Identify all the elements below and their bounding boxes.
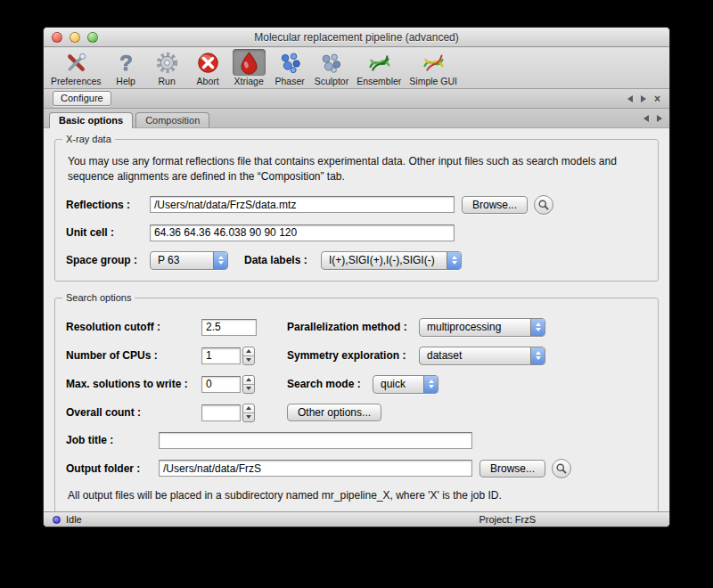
toolbar-button-run[interactable]: Run: [151, 49, 184, 86]
dropdown-arrows-icon: [447, 252, 461, 269]
svg-text:?: ?: [119, 51, 133, 75]
option-tab-nav: [643, 115, 664, 122]
max-solutions-stepper[interactable]: [242, 375, 255, 394]
option-tab-strip: Basic options Composition: [44, 109, 669, 127]
job-title-label: Job title :: [66, 434, 159, 446]
max-solutions-label: Max. solutions to write :: [66, 378, 201, 390]
other-options-button[interactable]: Other options...: [287, 404, 381, 421]
space-group-value: P 63: [151, 254, 213, 267]
stepper-down-icon[interactable]: [243, 412, 254, 421]
overall-count-input[interactable]: [201, 404, 241, 421]
toolbar-button-abort[interactable]: Abort: [192, 49, 225, 86]
num-cpus-stepper[interactable]: [242, 347, 255, 365]
reflections-browse-button[interactable]: Browse...: [462, 196, 528, 214]
toolbar-button-phaser[interactable]: Phaser: [274, 49, 307, 86]
preferences-icon: [60, 49, 93, 76]
status-led-icon: [53, 516, 61, 524]
unit-cell-input[interactable]: [150, 225, 455, 241]
job-title-row: Job title :: [66, 432, 647, 449]
output-folder-label: Output folder :: [66, 462, 159, 475]
parallelization-label: Parallelization method :: [287, 321, 419, 333]
symmetry-value: dataset: [420, 349, 530, 363]
reflections-inspect-button[interactable]: [534, 195, 553, 215]
search-mode-label: Search mode :: [287, 378, 373, 390]
parallelization-dropdown[interactable]: multiprocessing: [419, 318, 545, 337]
status-text: Idle: [66, 514, 82, 525]
reflections-label: Reflections :: [66, 199, 150, 211]
title-bar[interactable]: Molecular replacement pipeline (advanced…: [44, 28, 669, 47]
toolbar-label: Phaser: [275, 76, 304, 86]
sculptor-icon: [315, 49, 348, 76]
help-icon: ?: [110, 49, 143, 76]
xray-group-title: X-ray data: [62, 134, 115, 144]
document-tab-nav: ×: [627, 94, 662, 103]
search-mode-dropdown[interactable]: quick: [373, 375, 438, 394]
num-cpus-input[interactable]: [201, 347, 241, 364]
overall-count-stepper[interactable]: [242, 404, 255, 422]
job-title-input[interactable]: [159, 432, 472, 449]
simple-gui-icon: [417, 49, 450, 76]
toolbar-button-help[interactable]: ? Help: [110, 49, 143, 86]
tab-close-icon[interactable]: ×: [654, 94, 660, 103]
toolbar-button-xtriage[interactable]: Xtriage: [233, 49, 266, 86]
zoom-window-button[interactable]: [87, 32, 98, 43]
toolbar: Preferences ? Help Run: [44, 47, 669, 89]
unit-cell-row: Unit cell :: [66, 225, 647, 241]
toolbar-button-preferences[interactable]: Preferences: [51, 49, 102, 86]
overall-count-row: Overall count : Other options...: [66, 404, 647, 422]
stepper-up-icon[interactable]: [243, 376, 254, 384]
unit-cell-label: Unit cell :: [66, 226, 150, 239]
basic-options-panel: X-ray data You may use any format reflec…: [44, 127, 669, 513]
output-folder-browse-button[interactable]: Browse...: [479, 460, 545, 478]
resolution-cutoff-label: Resolution cutoff :: [66, 321, 201, 333]
toolbar-label: Simple GUI: [409, 76, 457, 86]
stepper-up-icon[interactable]: [243, 347, 254, 355]
data-labels-value: I(+),SIGI(+),I(-),SIGI(-): [322, 254, 447, 267]
symmetry-dropdown[interactable]: dataset: [419, 347, 545, 365]
stepper-down-icon[interactable]: [243, 384, 254, 393]
stepper-down-icon[interactable]: [243, 355, 254, 364]
tab-configure[interactable]: Configure: [53, 91, 111, 106]
output-folder-inspect-button[interactable]: [552, 459, 571, 478]
toolbar-button-ensembler[interactable]: Ensembler: [356, 49, 401, 86]
max-solutions-row: Max. solutions to write : Search mode :: [66, 375, 647, 394]
max-solutions-spinner: [201, 375, 255, 394]
output-folder-input[interactable]: [159, 460, 472, 477]
window-title: Molecular replacement pipeline (advanced…: [44, 31, 669, 44]
data-labels-label: Data labels :: [244, 254, 321, 266]
data-labels-dropdown[interactable]: I(+),SIGI(+),I(-),SIGI(-): [321, 251, 462, 270]
close-window-button[interactable]: [52, 32, 62, 43]
status-bar: Idle Project: FrzS: [44, 511, 669, 527]
option-scroll-left-icon[interactable]: [643, 115, 649, 122]
magnifier-icon: [555, 462, 568, 475]
toolbar-label: Help: [116, 76, 135, 86]
desktop-background: Molecular replacement pipeline (advanced…: [0, 0, 713, 588]
phaser-icon: [274, 49, 307, 76]
xray-data-group: X-ray data You may use any format reflec…: [54, 139, 659, 282]
tab-scroll-right-icon[interactable]: [641, 95, 646, 102]
tab-composition[interactable]: Composition: [135, 112, 209, 128]
tab-scroll-left-icon[interactable]: [627, 95, 633, 102]
resolution-cutoff-input[interactable]: [201, 319, 257, 336]
symmetry-label: Symmetry exploration :: [287, 349, 419, 362]
tab-basic-options[interactable]: Basic options: [49, 112, 133, 128]
max-solutions-input[interactable]: [201, 376, 241, 393]
overall-count-spinner: [201, 404, 255, 422]
resolution-row: Resolution cutoff : Parallelization meth…: [66, 318, 647, 337]
dropdown-arrows-icon: [423, 376, 438, 393]
toolbar-label: Sculptor: [315, 76, 349, 86]
project-label: Project: FrzS: [479, 514, 536, 525]
option-scroll-right-icon[interactable]: [657, 115, 662, 122]
toolbar-label: Run: [158, 76, 175, 86]
toolbar-button-sculptor[interactable]: Sculptor: [315, 49, 349, 86]
num-cpus-label: Number of CPUs :: [66, 349, 201, 362]
toolbar-button-simple-gui[interactable]: Simple GUI: [409, 49, 457, 86]
stepper-up-icon[interactable]: [243, 404, 254, 412]
minimize-window-button[interactable]: [70, 32, 80, 43]
num-cpus-row: Number of CPUs : Symmetry exploration :: [66, 347, 647, 365]
ensembler-icon: [363, 49, 396, 76]
toolbar-label: Xtriage: [234, 76, 263, 86]
space-group-dropdown[interactable]: P 63: [150, 251, 228, 270]
reflections-input[interactable]: [150, 196, 455, 213]
xray-description: You may use any format reflections file …: [68, 154, 629, 185]
